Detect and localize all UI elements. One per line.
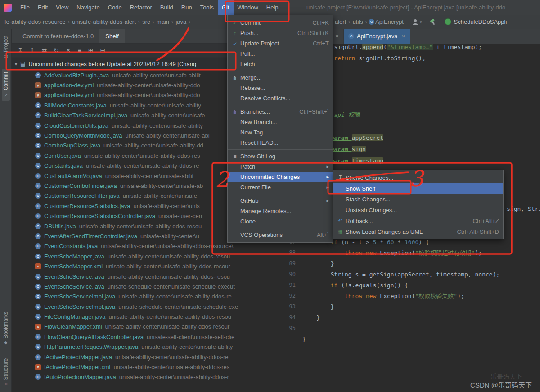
file-name: Constants.java	[44, 162, 83, 169]
file-path: unisafe-self-client\unisafe-self-clie	[147, 334, 234, 340]
tool-stripe-commit[interactable]: ✓Commit	[2, 69, 10, 101]
breadcrumb-item-main[interactable]: main	[156, 18, 170, 25]
menu-item-commit[interactable]: ✓CommitCtrl+K	[228, 18, 333, 28]
user-icon[interactable]: ▾	[412, 18, 422, 26]
file-name: CustomerResourceStatisticsController.jav…	[44, 213, 155, 219]
menu-build[interactable]: Build	[156, 0, 177, 15]
menu-item-patch[interactable]: Patch▸	[228, 161, 333, 172]
menu-item-stash-changes[interactable]: Stash Changes...	[333, 194, 503, 205]
shelve-icon: ↧	[336, 174, 345, 181]
menu-navigate[interactable]: Navigate	[72, 0, 104, 15]
menu-item-rollback[interactable]: ↶Rollback...Ctrl+Alt+Z	[333, 215, 503, 226]
file-name: FlowCleanMapper.xml	[44, 323, 102, 330]
list-item[interactable]: CIAutoProtectionMapper.javaunisafe-abili…	[11, 372, 284, 382]
list-item[interactable]: xEventScheMapper.xmlunisafe-ability-cent…	[11, 261, 284, 271]
breadcrumb-item-apiencrypt[interactable]: ApiEncrypt	[374, 18, 405, 25]
menu-window[interactable]: Window	[234, 0, 262, 15]
list-item[interactable]: CEventScheService.javaunisafe-schedule-c…	[11, 281, 284, 291]
list-item[interactable]: xFlowCleanMapper.xmlunisafe-ability-cent…	[11, 322, 284, 332]
tab-commit-to-feature-ddos-1-0[interactable]: Commit to feature-ddos-1.0	[17, 29, 99, 43]
list-item[interactable]: CEventScheMapper.javaunisafe-ability-cen…	[11, 251, 284, 261]
menu-item-current-file[interactable]: Current File▸	[228, 182, 333, 192]
code-text: }	[302, 302, 334, 312]
menu-item-show-git-log[interactable]: ≡Show Git Log	[228, 151, 333, 161]
menu-item-github[interactable]: GitHub▸	[228, 196, 333, 206]
tool-stripe-structure[interactable]: ≡Structure	[2, 355, 10, 388]
file-type-icon: C	[35, 72, 41, 78]
list-item[interactable]: CFileConfigManager.javaunisafe-ability-c…	[11, 312, 284, 321]
menu-view[interactable]: View	[52, 0, 72, 15]
code-segment: }	[316, 314, 320, 321]
collapse-all-icon[interactable]: ⊟	[100, 47, 106, 53]
menu-item-reset-head[interactable]: Reset HEAD...	[228, 138, 333, 148]
menu-git[interactable]: Git	[218, 0, 234, 15]
list-item[interactable]: CFlowCleanQueryAllTaskController.javauni…	[11, 332, 284, 342]
close-icon[interactable]: ✕	[335, 34, 339, 39]
run-config-selector[interactable]: ScheduleDDoSAppli	[445, 18, 507, 25]
menu-item-fetch[interactable]: Fetch	[228, 59, 333, 69]
code-line: 90 String s = getSign(appSecret, timesta…	[284, 270, 540, 279]
refresh-icon[interactable]: ↻	[54, 47, 59, 53]
list-item[interactable]: CEventScheService.javaunisafe-ability-ce…	[11, 272, 284, 281]
list-item[interactable]: CEventScheServiceImpl.javaunisafe-schedu…	[11, 302, 284, 312]
tab-shelf[interactable]: Shelf	[99, 29, 125, 43]
close-icon[interactable]: ✕	[401, 34, 405, 39]
menu-item-vcs-operations[interactable]: VCS OperationsAlt+`	[228, 230, 333, 240]
menu-item-manage-remotes[interactable]: Manage Remotes...	[228, 206, 333, 216]
file-path: unisafe-ability-center\unisafe-ability-d…	[109, 313, 231, 320]
menu-item-clone[interactable]: Clone...	[228, 216, 333, 227]
menu-item-rebase[interactable]: Rebase...	[228, 83, 333, 93]
delete-icon[interactable]: ✕	[66, 47, 71, 53]
tool-stripe-project[interactable]: ▤Project	[2, 32, 10, 62]
menu-run[interactable]: Run	[177, 0, 196, 15]
list-item[interactable]: CIActiveProtectMapper.javaunisafe-abilit…	[11, 352, 284, 362]
code-segment: (	[383, 44, 387, 50]
menu-item-update-project[interactable]: ↙Update Project...Ctrl+T	[228, 38, 333, 49]
menu-item-pull[interactable]: Pull...	[228, 49, 333, 59]
chevron-down-icon[interactable]: ▾	[15, 62, 17, 67]
breadcrumb-item-java[interactable]: java	[175, 18, 187, 25]
tool-stripe-bookmarks[interactable]: ◆Bookmarks	[2, 308, 10, 349]
group-by-icon[interactable]: ≡	[78, 47, 81, 53]
build-hammer-icon[interactable]	[429, 18, 436, 26]
menu-edit[interactable]: Edit	[34, 0, 52, 15]
menu-help[interactable]: Help	[262, 0, 283, 15]
code-line: 93 }	[284, 302, 540, 312]
file-path: unisafe-ability-center\u	[140, 233, 199, 240]
menu-item-shelve-changes[interactable]: ↧Shelve Changes...	[333, 172, 503, 183]
breadcrumb-item-fe-ability-ddos-resource[interactable]: fe-ability-ddos-resource	[4, 18, 67, 25]
file-path: unisafe-ability-center\unisafe-ability-d…	[106, 263, 230, 270]
code-text: if (!s.equals(sign)) {	[302, 281, 408, 290]
menu-item-new-branch[interactable]: New Branch...	[228, 117, 333, 127]
menu-item-resolve-conflicts[interactable]: Resolve Conflicts...	[228, 93, 333, 103]
file-type-icon: C	[35, 274, 41, 280]
menu-item-new-tag[interactable]: New Tag...	[228, 127, 333, 138]
list-item[interactable]: CEventScheServiceImpl.javaunisafe-abilit…	[11, 292, 284, 302]
menu-code[interactable]: Code	[104, 0, 126, 15]
menu-refactor[interactable]: Refactor	[126, 0, 156, 15]
diff-icon[interactable]: ⇄	[41, 47, 47, 53]
unshelve-icon[interactable]: ↥	[30, 47, 35, 53]
menu-item-show-local-changes-as-uml[interactable]: ▦Show Local Changes as UMLCtrl+Alt+Shift…	[333, 226, 503, 237]
menu-file[interactable]: File	[16, 0, 34, 15]
breadcrumb-item-src[interactable]: src	[141, 18, 151, 25]
list-item[interactable]: xIActiveProtectMapper.xmlunisafe-ability…	[11, 362, 284, 372]
menu-item-merge[interactable]: ⋔Merge...	[228, 72, 333, 83]
editor-tab-apiencrypt-java[interactable]: CApiEncrypt.java✕	[344, 29, 410, 44]
menu-item-branches[interactable]: ⋔Branches...Ctrl+Shift+`	[228, 107, 333, 117]
menu-item-unstash-changes[interactable]: Unstash Changes...	[333, 205, 503, 215]
menu-item-push[interactable]: ↑Push...Ctrl+Shift+K	[228, 28, 333, 38]
menu-tools[interactable]: Tools	[196, 0, 218, 15]
chevron-down-icon: ▾	[420, 20, 422, 24]
menu-separator	[228, 71, 333, 71]
shelve-icon[interactable]: ↧	[18, 47, 23, 53]
breadcrumb-item-unisafe-ability-ddos-alert[interactable]: unisafe-ability-ddos-alert	[71, 18, 137, 25]
breadcrumb-item-utils[interactable]: utils	[352, 18, 364, 25]
code-segment: }	[331, 260, 334, 267]
breadcrumb-item-alert[interactable]: alert	[334, 18, 347, 25]
file-type-icon: x	[35, 263, 41, 269]
expand-all-icon[interactable]: ⊞	[88, 47, 94, 53]
list-item[interactable]: CHttpParameterRequestWrapper.javaunisafe…	[11, 342, 284, 352]
menu-item-uncommitted-changes[interactable]: Uncommitted Changes▸	[228, 172, 333, 182]
menu-item-show-shelf[interactable]: Show Shelf	[333, 183, 503, 194]
